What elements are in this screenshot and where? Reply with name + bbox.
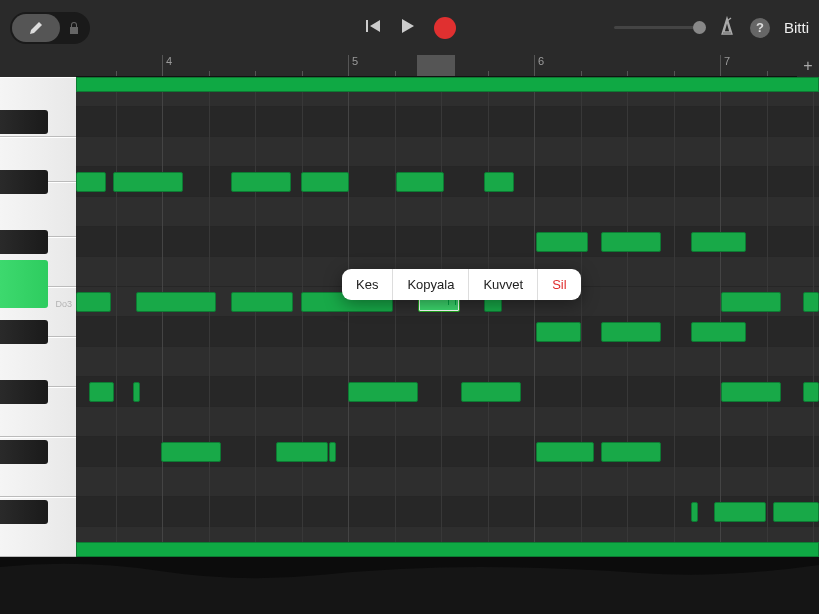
black-key[interactable] <box>0 500 48 524</box>
grid-line <box>581 77 582 557</box>
grid-line <box>767 77 768 557</box>
midi-note[interactable] <box>601 232 661 252</box>
black-key[interactable] <box>0 320 48 344</box>
context-delete[interactable]: Sil <box>538 269 580 300</box>
midi-note[interactable] <box>536 442 594 462</box>
grid-row <box>76 407 819 437</box>
grid-line <box>209 77 210 557</box>
black-key[interactable] <box>0 440 48 464</box>
midi-note[interactable] <box>536 232 588 252</box>
tool-mode-pill <box>10 12 90 44</box>
lock-icon <box>60 21 88 35</box>
bar-marker: 4 <box>162 55 172 76</box>
grid-row <box>76 197 819 227</box>
black-key[interactable] <box>0 170 48 194</box>
context-cut[interactable]: Kes <box>342 269 393 300</box>
grid-line <box>441 77 442 557</box>
midi-note[interactable] <box>76 542 819 557</box>
midi-note[interactable] <box>601 442 661 462</box>
midi-note[interactable] <box>113 172 183 192</box>
midi-note[interactable] <box>721 292 781 312</box>
midi-note[interactable] <box>133 382 140 402</box>
key-label: Do3 <box>55 299 72 555</box>
midi-note[interactable] <box>691 232 746 252</box>
midi-note[interactable] <box>773 502 819 522</box>
midi-note[interactable] <box>161 442 221 462</box>
right-controls: ? Bitti <box>614 16 809 40</box>
black-key[interactable] <box>0 230 48 254</box>
midi-note[interactable] <box>691 502 698 522</box>
midi-note[interactable] <box>329 442 336 462</box>
grid-row <box>76 497 819 527</box>
midi-note[interactable] <box>714 502 766 522</box>
piano-keyboard[interactable]: Do3 <box>0 77 76 557</box>
note-context-menu: Kes Kopyala Kuvvet Sil <box>342 269 581 300</box>
midi-note[interactable] <box>231 172 291 192</box>
grid-row <box>76 347 819 377</box>
ruler-row: 4 5 6 7 + <box>0 55 819 77</box>
record-button[interactable] <box>434 17 456 39</box>
grid-line <box>162 77 163 557</box>
grid-line <box>488 77 489 557</box>
midi-note[interactable] <box>76 292 111 312</box>
grid-row <box>76 107 819 137</box>
bar-marker: 6 <box>534 55 544 76</box>
grid-line <box>302 77 303 557</box>
zoom-slider[interactable] <box>614 26 704 29</box>
grid-row <box>76 467 819 497</box>
midi-note[interactable] <box>461 382 521 402</box>
grid-line <box>627 77 628 557</box>
midi-note[interactable] <box>76 172 106 192</box>
midi-note[interactable] <box>691 322 746 342</box>
grid-line <box>674 77 675 557</box>
play-button[interactable] <box>400 17 416 39</box>
midi-note[interactable] <box>721 382 781 402</box>
pencil-icon <box>28 20 44 36</box>
timeline-ruler[interactable]: 4 5 6 7 <box>76 55 797 77</box>
bar-marker: 7 <box>720 55 730 76</box>
midi-note[interactable] <box>803 292 819 312</box>
midi-note[interactable] <box>136 292 216 312</box>
grid-row <box>76 137 819 167</box>
midi-note[interactable] <box>348 382 418 402</box>
midi-note[interactable] <box>301 172 349 192</box>
midi-note[interactable] <box>396 172 444 192</box>
black-key[interactable] <box>0 380 48 404</box>
note-grid[interactable] <box>76 77 819 557</box>
context-velocity[interactable]: Kuvvet <box>469 269 538 300</box>
rewind-button[interactable] <box>364 18 382 38</box>
midi-note[interactable] <box>484 172 514 192</box>
bottom-panel <box>0 557 819 614</box>
pencil-tool-button[interactable] <box>12 14 60 42</box>
midi-note[interactable] <box>276 442 328 462</box>
metronome-button[interactable] <box>718 16 736 40</box>
midi-note[interactable] <box>89 382 114 402</box>
black-key[interactable] <box>0 110 48 134</box>
grid-row <box>76 377 819 407</box>
grid-line <box>116 77 117 557</box>
highlighted-key[interactable] <box>0 260 48 308</box>
transport-controls <box>364 17 456 39</box>
grid-line <box>348 77 349 557</box>
midi-note[interactable] <box>231 292 293 312</box>
grid-line <box>255 77 256 557</box>
grid-row <box>76 167 819 197</box>
grid-line <box>720 77 721 557</box>
piano-roll: Do3 <box>0 77 819 557</box>
midi-note[interactable] <box>601 322 661 342</box>
done-button[interactable]: Bitti <box>784 19 809 36</box>
bar-marker: 5 <box>348 55 358 76</box>
add-button[interactable]: + <box>797 55 819 77</box>
top-toolbar: ? Bitti <box>0 0 819 55</box>
context-copy[interactable]: Kopyala <box>393 269 469 300</box>
grid-line <box>395 77 396 557</box>
ruler-spacer <box>0 55 76 77</box>
grid-line <box>813 77 814 557</box>
midi-note[interactable] <box>76 77 819 92</box>
grid-line <box>534 77 535 557</box>
midi-note[interactable] <box>803 382 819 402</box>
zoom-slider-thumb[interactable] <box>693 21 706 34</box>
midi-note[interactable] <box>536 322 581 342</box>
help-button[interactable]: ? <box>750 18 770 38</box>
cycle-region[interactable] <box>417 55 455 76</box>
